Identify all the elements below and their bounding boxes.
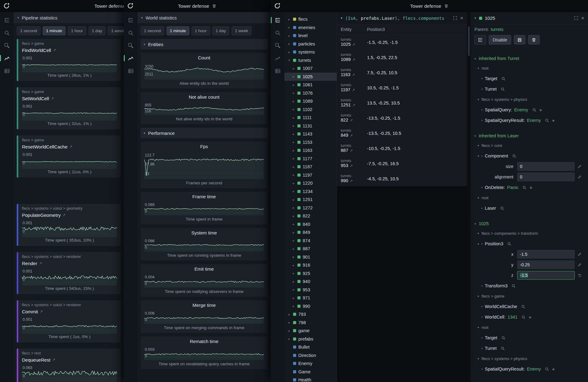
chevron-down-icon[interactable]: ▾ [141,16,143,20]
time-range-1-hour[interactable]: 1 hour [192,26,210,35]
chevron-right-icon[interactable]: ▸ [292,280,295,283]
chevron-down-icon[interactable]: ▾ [478,294,479,298]
table-row[interactable]: turrets849↗-13.5, -0.25, 10.5 [337,126,467,141]
chevron-right-icon[interactable]: ▸ [292,132,295,136]
external-link-icon[interactable]: ↗ [352,42,355,47]
tree-item-1111[interactable]: ▸1111 [284,114,337,122]
chevron-down-icon[interactable]: ▾ [478,67,479,70]
query-expression[interactable]: (IsA, prefabs.Laser), flecs.components [345,16,450,21]
search-icon[interactable] [512,154,516,158]
external-link-icon[interactable]: ↗ [40,309,43,314]
entity-id-link[interactable]: 1163 [341,72,350,77]
query-wildcard-icon[interactable]: ∗ [552,118,555,123]
search-icon[interactable] [512,284,516,288]
chevron-right-icon[interactable]: ▸ [292,83,295,87]
chevron-right-icon[interactable]: ▸ [288,313,291,316]
chevron-right-icon[interactable]: ▸ [292,255,295,259]
sidebar-tree-button[interactable] [272,16,283,24]
chevron-down-icon[interactable]: ▾ [17,16,19,20]
tree-item-Enemy[interactable]: Enemy [284,359,337,368]
tree-item-1025[interactable]: ▸1025 [284,73,337,81]
close-icon[interactable]: × [581,15,584,21]
tree-view-button[interactable] [474,35,486,45]
chevron-down-icon[interactable]: ▾ [474,134,476,138]
chevron-down-icon[interactable]: ▾ [478,326,479,329]
tree-item-1102[interactable]: ▸1102 [284,105,337,114]
pencil-icon[interactable] [577,175,582,179]
tree-item-901[interactable]: ▸901 [284,253,337,261]
chevron-right-icon[interactable]: ▸ [292,304,295,308]
field-input-y[interactable]: -0.25 [517,260,575,269]
chevron-right-icon[interactable]: ▸ [292,100,295,103]
chevron-right-icon[interactable]: ▸ [292,214,295,218]
chevron-down-icon[interactable]: ▾ [144,42,145,46]
external-link-icon[interactable]: ↗ [63,213,66,217]
chevron-right-icon[interactable]: ▸ [292,91,295,95]
tree-item-916[interactable]: ▸916 [284,261,337,269]
tree-item-level[interactable]: ▸level [284,32,337,40]
query-wildcard-icon[interactable]: ∗ [529,185,532,190]
chevron-down-icon[interactable]: ▾ [478,357,479,360]
sidebar-search-button[interactable] [125,29,136,36]
tree-item-1153[interactable]: ▸1153 [284,138,337,147]
undo-icon[interactable] [577,273,582,277]
search-icon[interactable] [501,77,505,81]
field-input-size[interactable]: 0 [517,162,575,171]
external-link-icon[interactable]: ↗ [350,118,353,122]
chevron-right-icon[interactable]: ▸ [292,140,295,144]
field-input-alignment[interactable]: 0 [517,173,575,181]
tree-item-793[interactable]: ▸793 [284,310,337,319]
chevron-right-icon[interactable]: ▸ [292,182,295,185]
search-icon[interactable] [545,118,549,122]
table-row[interactable]: turrets990↗-4.5, -0.25, 10.5 [337,171,467,186]
chevron-right-icon[interactable]: ▸ [292,272,295,275]
chevron-right-icon[interactable]: ▸ [292,149,295,152]
chevron-down-icon[interactable]: ▾ [288,58,291,62]
external-link-icon[interactable]: ↗ [51,96,54,101]
sidebar-chart-button[interactable] [125,54,136,62]
tree-item-1143[interactable]: ▸1143 [284,130,337,138]
chevron-down-icon[interactable]: ▾ [144,131,145,135]
tree-item-1197[interactable]: ▸1197 [284,171,337,179]
search-icon[interactable] [521,315,525,319]
chevron-right-icon[interactable]: ▸ [288,337,291,341]
expand-icon[interactable] [453,16,457,20]
tree-item-849[interactable]: ▸849 [284,228,337,237]
save-button[interactable] [514,35,525,45]
tree-item-840[interactable]: ▸840 [284,220,337,229]
time-range-1-week[interactable]: 1 week [231,26,252,35]
tree-item-1234[interactable]: ▸1234 [284,187,337,196]
time-range-1-second[interactable]: 1 second [141,26,164,35]
chevron-right-icon[interactable]: ▸ [292,206,295,209]
tree-item-Bullet[interactable]: Bullet [284,343,337,351]
tree-item-particles[interactable]: ▸particles [284,40,337,48]
time-range-1-minute[interactable]: 1 minute [166,26,189,35]
time-range-1-week[interactable]: 1 week [108,26,124,35]
tree-item-953[interactable]: ▸953 [284,286,337,294]
tree-item-Game[interactable]: Game [284,368,337,376]
tree-item-1061[interactable]: ▸1061 [284,81,337,89]
external-link-icon[interactable]: ↗ [52,358,55,362]
chevron-right-icon[interactable]: ▸ [288,34,291,37]
expand-icon[interactable] [574,16,578,20]
chevron-right-icon[interactable]: ▸ [288,26,291,29]
pencil-icon[interactable] [577,164,582,169]
external-link-icon[interactable]: ↗ [69,144,72,149]
chevron-right-icon[interactable]: ▸ [292,173,295,177]
tree-item-1089[interactable]: ▸1089 [284,97,337,105]
tree-item-Direction[interactable]: Direction [284,351,337,360]
chevron-down-icon[interactable]: ▾ [478,232,479,235]
table-row[interactable]: turrets1163↗7.5, -0.25, 10.5 [337,65,467,80]
time-range-1-day[interactable]: 1 day [89,26,106,35]
sidebar-tree-button[interactable] [2,16,12,24]
tree-item-874[interactable]: ▸874 [284,237,337,245]
external-link-icon[interactable]: ↗ [53,48,56,52]
time-range-1-minute[interactable]: 1 minute [43,26,66,35]
time-range-1-hour[interactable]: 1 hour [68,26,86,35]
chevron-right-icon[interactable]: ▸ [292,264,295,267]
chevron-right-icon[interactable]: ▸ [292,198,295,201]
sidebar-search-button[interactable] [272,29,283,36]
scrollbar-thumb[interactable] [468,26,470,56]
chevron-right-icon[interactable]: ▸ [288,50,291,54]
external-link-icon[interactable]: ↗ [350,133,353,138]
